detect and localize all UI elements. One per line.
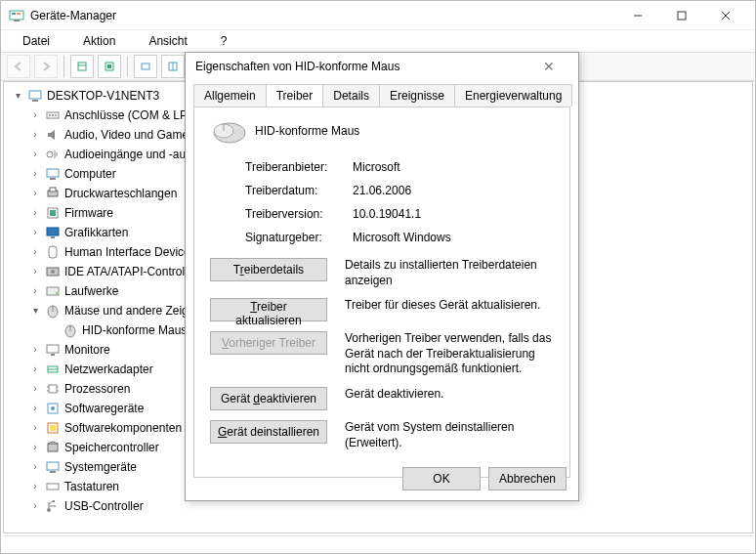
dialog-close-button[interactable]: ✕ <box>529 59 568 74</box>
uninstall-device-button[interactable]: Gerät deinstallieren <box>210 420 327 444</box>
mice-icon <box>45 303 61 319</box>
svg-rect-3 <box>14 20 20 21</box>
expand-icon[interactable]: › <box>29 107 41 124</box>
ok-button[interactable]: OK <box>402 467 481 490</box>
expand-icon[interactable]: › <box>29 243 41 261</box>
svg-rect-35 <box>49 246 57 258</box>
tree-node-label: Speichercontroller <box>64 439 159 456</box>
keyboards-icon <box>45 479 61 494</box>
cancel-button[interactable]: Abbrechen <box>488 467 567 490</box>
tab-power[interactable]: Energieverwaltung <box>454 84 572 107</box>
expand-icon[interactable]: › <box>29 458 41 476</box>
svg-point-26 <box>47 151 53 157</box>
tree-node-label: Human Interface Devices <box>64 243 196 261</box>
toolbar-button-2[interactable] <box>98 55 121 78</box>
uninstall-device-desc: Gerät vom System deinstallieren (Erweite… <box>345 420 554 450</box>
back-button[interactable] <box>7 55 30 78</box>
expand-icon[interactable]: › <box>29 341 41 359</box>
tree-node-label: Softwaregeräte <box>64 400 144 417</box>
expand-icon[interactable]: › <box>29 204 41 222</box>
software_dev-icon <box>45 401 61 416</box>
cpu-icon <box>45 381 61 397</box>
svg-rect-0 <box>10 11 23 20</box>
expand-icon[interactable]: › <box>29 361 41 378</box>
svg-rect-59 <box>50 471 56 473</box>
expand-icon[interactable]: › <box>29 126 41 144</box>
svg-rect-2 <box>17 13 21 15</box>
expand-icon[interactable]: › <box>29 439 41 456</box>
tree-node-label: Anschlüsse (COM & LPT) <box>64 107 198 124</box>
svg-rect-44 <box>47 345 59 353</box>
tree-node-label: Computer <box>64 165 116 183</box>
ide-icon <box>45 264 61 279</box>
svg-rect-34 <box>51 236 55 238</box>
tree-node-label: Firmware <box>64 204 113 222</box>
svg-rect-12 <box>142 64 149 69</box>
svg-rect-33 <box>47 228 59 235</box>
svg-point-23 <box>49 114 51 116</box>
expand-icon[interactable]: › <box>29 185 41 202</box>
toolbar-button-1[interactable] <box>70 55 94 78</box>
dialog-tabs: Allgemein Treiber Details Ereignisse Ene… <box>186 80 578 107</box>
signer-label: Signaturgeber: <box>245 231 353 244</box>
menu-file[interactable]: Datei <box>7 32 65 50</box>
collapse-icon[interactable]: ▾ <box>29 302 41 320</box>
firmware-icon <box>45 205 61 221</box>
expand-icon[interactable]: › <box>29 263 41 280</box>
svg-rect-30 <box>50 188 56 192</box>
menu-view[interactable]: Ansicht <box>133 32 202 50</box>
expand-icon[interactable]: › <box>29 380 41 398</box>
menu-action[interactable]: Aktion <box>67 32 131 50</box>
signer-value: Microsoft Windows <box>353 231 451 244</box>
expand-icon[interactable]: › <box>29 224 41 241</box>
svg-rect-1 <box>12 13 16 15</box>
svg-rect-21 <box>32 100 38 102</box>
rollback-driver-button: Vorheriger Treiber <box>210 331 327 355</box>
properties-dialog: Eigenschaften von HID-konforme Maus ✕ Al… <box>185 52 579 501</box>
tab-driver[interactable]: Treiber <box>266 84 324 107</box>
menu-help[interactable]: ? <box>205 32 243 50</box>
tree-node-label: Systemgeräte <box>64 458 137 476</box>
toolbar-button-4[interactable] <box>161 55 185 78</box>
expand-icon[interactable]: › <box>29 282 41 300</box>
svg-point-37 <box>51 270 55 274</box>
expand-icon[interactable]: › <box>29 419 41 437</box>
update-driver-desc: Treiber für dieses Gerät aktualisieren. <box>345 298 554 314</box>
svg-rect-56 <box>50 425 56 431</box>
svg-line-65 <box>49 501 53 504</box>
drives-icon <box>45 283 61 299</box>
tab-general[interactable]: Allgemein <box>193 84 267 107</box>
svg-point-24 <box>52 114 54 116</box>
ports-icon <box>45 107 61 123</box>
date-value: 21.06.2006 <box>353 184 411 197</box>
computer-icon <box>45 166 61 182</box>
rollback-driver-desc: Vorherigen Treiber verwenden, falls das … <box>345 331 554 377</box>
driver-details-button[interactable]: Treiberdetails <box>210 258 327 281</box>
minimize-button[interactable] <box>615 2 659 29</box>
svg-rect-28 <box>50 178 56 180</box>
app-icon <box>9 8 24 23</box>
svg-rect-8 <box>78 63 86 70</box>
update-driver-button[interactable]: Treiber aktualisieren <box>210 298 327 321</box>
audio-icon <box>45 127 61 143</box>
svg-point-68 <box>54 505 56 507</box>
disable-device-button[interactable]: Gerät deaktivieren <box>210 387 327 410</box>
forward-button[interactable] <box>34 55 58 78</box>
menubar: Datei Aktion Ansicht ? <box>1 30 755 52</box>
tab-details[interactable]: Details <box>322 84 380 107</box>
close-button[interactable] <box>703 2 747 29</box>
collapse-icon[interactable]: ▾ <box>12 87 23 105</box>
expand-icon[interactable]: › <box>29 478 41 495</box>
svg-rect-32 <box>50 210 56 216</box>
expand-icon[interactable]: › <box>29 400 41 417</box>
expand-icon[interactable]: › <box>29 146 41 163</box>
tab-events[interactable]: Ereignisse <box>379 84 455 107</box>
svg-point-25 <box>55 114 57 116</box>
svg-rect-60 <box>47 484 59 490</box>
storage-icon <box>45 440 61 455</box>
maximize-button[interactable] <box>659 2 703 29</box>
toolbar-button-3[interactable] <box>134 55 157 78</box>
expand-icon[interactable]: › <box>29 497 41 515</box>
expand-icon[interactable]: › <box>29 165 41 183</box>
dialog-title: Eigenschaften von HID-konforme Maus <box>195 60 529 73</box>
